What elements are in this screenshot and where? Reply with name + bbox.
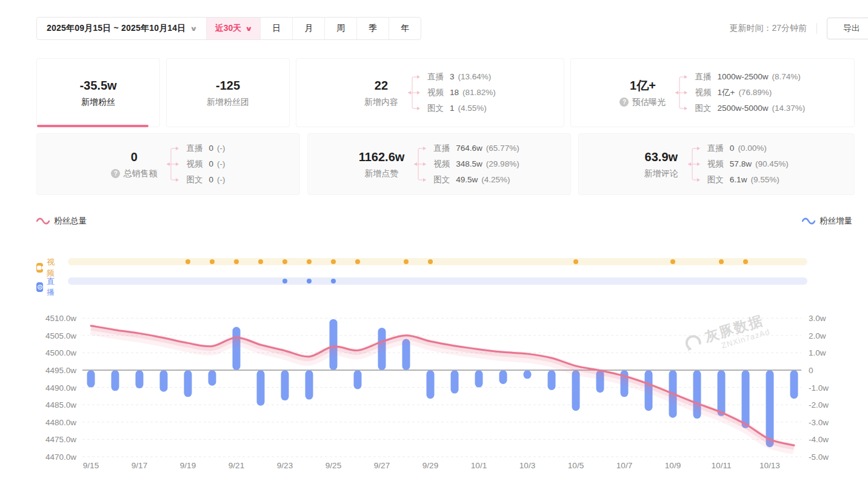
svg-text:10/9: 10/9 <box>665 461 681 470</box>
video-day-dot[interactable] <box>355 259 360 264</box>
video-day-dot[interactable] <box>185 259 190 264</box>
card-new-content[interactable]: 22 新增内容 直播3(13.64%) 视频18(81.82%) 图文1(4.5… <box>296 58 564 127</box>
breakdown-connector <box>414 141 429 188</box>
breakdown-video: 视频1亿+(76.89%) <box>695 85 805 101</box>
breakdown-live: 直播0(0.00%) <box>707 141 789 156</box>
legend-fans-total[interactable]: 粉丝总量 <box>36 216 87 227</box>
breakdown-live: 直播0(-) <box>186 141 225 156</box>
breakdown-image: 图文6.1w(9.55%) <box>707 172 789 188</box>
video-day-dot[interactable] <box>258 259 263 264</box>
wave-icon <box>802 217 815 225</box>
svg-text:4510.0w: 4510.0w <box>45 314 76 323</box>
video-day-dot[interactable] <box>282 259 287 264</box>
chart-canvas[interactable]: 4510.0w3.0w4505.0w2.0w4500.0w1.0w4495.0w… <box>0 303 868 491</box>
tab-quarter[interactable]: 季 <box>356 18 389 39</box>
card-new-fanclub[interactable]: -125 新增粉丝团 <box>166 58 290 127</box>
svg-text:9/17: 9/17 <box>132 461 147 470</box>
video-day-dot[interactable] <box>743 259 748 264</box>
chevron-down-icon: ∨ <box>190 25 198 33</box>
breakdown-connector <box>408 69 422 116</box>
svg-text:1.0w: 1.0w <box>809 348 826 357</box>
new-comments-value: 63.9w <box>644 150 678 164</box>
svg-text:9/21: 9/21 <box>229 461 244 470</box>
svg-text:2.0w: 2.0w <box>809 331 826 340</box>
card-total-sales[interactable]: 0 总销售额 直播0(-) 视频0(-) 图文0(-) <box>36 133 300 195</box>
breakdown-image: 图文2500w-5000w(14.37%) <box>695 101 805 116</box>
live-timeline-track[interactable] <box>68 277 807 285</box>
svg-text:10/7: 10/7 <box>616 461 632 470</box>
new-fans-value: -35.5w <box>79 78 116 93</box>
toolbar-right: 更新时间：27分钟前 导出 <box>729 17 868 40</box>
video-row-label: 视频 <box>47 257 58 279</box>
video-day-dot[interactable] <box>331 259 336 264</box>
exposure-label: 预估曝光 <box>632 97 666 108</box>
legend-fans-delta-label: 粉丝增量 <box>820 216 852 227</box>
video-day-dot[interactable] <box>307 259 312 264</box>
total-sales-label: 总销售额 <box>123 168 157 179</box>
card-new-comments[interactable]: 63.9w 新增评论 直播0(0.00%) 视频57.8w(90.45%) 图文… <box>578 133 855 195</box>
breakdown-video: 视频348.5w(29.98%) <box>433 156 519 172</box>
live-row-label: 直播 <box>47 276 58 298</box>
date-range-text: 2025年09月15日 ~ 2025年10月14日 <box>47 23 186 34</box>
fans-trend-chart[interactable]: 4510.0w3.0w4505.0w2.0w4500.0w1.0w4495.0w… <box>0 303 868 491</box>
video-day-dot[interactable] <box>670 259 675 264</box>
live-day-dot[interactable] <box>307 279 312 284</box>
card-new-fans[interactable]: -35.5w 新增粉丝 <box>36 58 160 127</box>
svg-text:9/23: 9/23 <box>277 461 293 470</box>
breakdown-live: 直播1000w-2500w(8.74%) <box>695 69 805 85</box>
new-content-label: 新增内容 <box>364 97 398 108</box>
breakdown-video: 视频0(-) <box>186 156 225 172</box>
tab-week[interactable]: 周 <box>324 18 356 39</box>
tab-month[interactable]: 月 <box>292 18 324 39</box>
breakdown-connector <box>167 141 181 188</box>
help-icon[interactable] <box>619 98 629 107</box>
new-content-value: 22 <box>364 78 398 93</box>
video-day-dot[interactable] <box>719 259 724 264</box>
export-button[interactable]: 导出 <box>827 18 868 39</box>
tab-year[interactable]: 年 <box>389 18 421 39</box>
breakdown-connector <box>688 141 703 188</box>
live-day-dot[interactable] <box>331 279 336 284</box>
date-filter-group: 2025年09月15日 ~ 2025年10月14日 ∨ 近30天 ∨ 日 月 周… <box>36 17 421 40</box>
exposure-value: 1亿+ <box>619 78 666 93</box>
total-sales-breakdown: 直播0(-) 视频0(-) 图文0(-) <box>186 141 225 188</box>
svg-text:4485.0w: 4485.0w <box>45 400 76 409</box>
svg-text:9/19: 9/19 <box>180 461 196 470</box>
live-day-dot[interactable] <box>282 279 287 284</box>
breakdown-video: 视频57.8w(90.45%) <box>707 156 789 172</box>
video-day-dot[interactable] <box>234 259 239 264</box>
svg-text:4490.0w: 4490.0w <box>45 383 76 393</box>
legend-fans-delta[interactable]: 粉丝增量 <box>802 216 852 227</box>
active-card-indicator <box>37 125 149 127</box>
svg-text:-3.0w: -3.0w <box>809 418 829 427</box>
video-day-dot[interactable] <box>404 259 409 264</box>
breakdown-video: 视频18(81.82%) <box>427 85 496 101</box>
stats-row-2: 0 总销售额 直播0(-) 视频0(-) 图文0(-) 1162.6w 新增点赞 <box>36 133 855 195</box>
new-likes-breakdown: 直播764.6w(65.77%) 视频348.5w(29.98%) 图文49.5… <box>433 141 519 188</box>
svg-text:0: 0 <box>809 366 813 375</box>
new-comments-breakdown: 直播0(0.00%) 视频57.8w(90.45%) 图文6.1w(9.55%) <box>707 141 789 188</box>
card-new-likes[interactable]: 1162.6w 新增点赞 直播764.6w(65.77%) 视频348.5w(2… <box>307 133 571 195</box>
tab-day[interactable]: 日 <box>260 18 292 39</box>
video-day-dot[interactable] <box>210 259 215 264</box>
divider <box>816 23 817 34</box>
video-day-dot[interactable] <box>428 259 433 264</box>
total-sales-value: 0 <box>111 150 157 164</box>
svg-text:4475.0w: 4475.0w <box>45 435 76 444</box>
video-timeline-track[interactable] <box>68 258 807 265</box>
svg-text:9/15: 9/15 <box>83 461 99 470</box>
new-likes-value: 1162.6w <box>359 150 405 164</box>
date-range-selector[interactable]: 2025年09月15日 ~ 2025年10月14日 ∨ <box>37 18 206 39</box>
svg-text:-4.0w: -4.0w <box>809 435 829 444</box>
video-day-dot[interactable] <box>573 259 578 264</box>
new-fanclub-label: 新增粉丝团 <box>207 97 249 108</box>
stats-row-1: -35.5w 新增粉丝 -125 新增粉丝团 22 新增内容 <box>36 58 855 127</box>
breakdown-live: 直播764.6w(65.77%) <box>433 141 519 156</box>
quick-range-selector[interactable]: 近30天 ∨ <box>206 18 261 39</box>
svg-text:10/13: 10/13 <box>760 461 780 470</box>
card-estimated-exposure[interactable]: 1亿+ 预估曝光 直播1000w-2500w(8.74%) 视频1亿+(76.8… <box>570 58 855 127</box>
svg-text:3.0w: 3.0w <box>809 314 826 323</box>
help-icon[interactable] <box>111 169 120 178</box>
new-comments-label: 新增评论 <box>644 168 678 179</box>
breakdown-image: 图文0(-) <box>186 172 225 188</box>
